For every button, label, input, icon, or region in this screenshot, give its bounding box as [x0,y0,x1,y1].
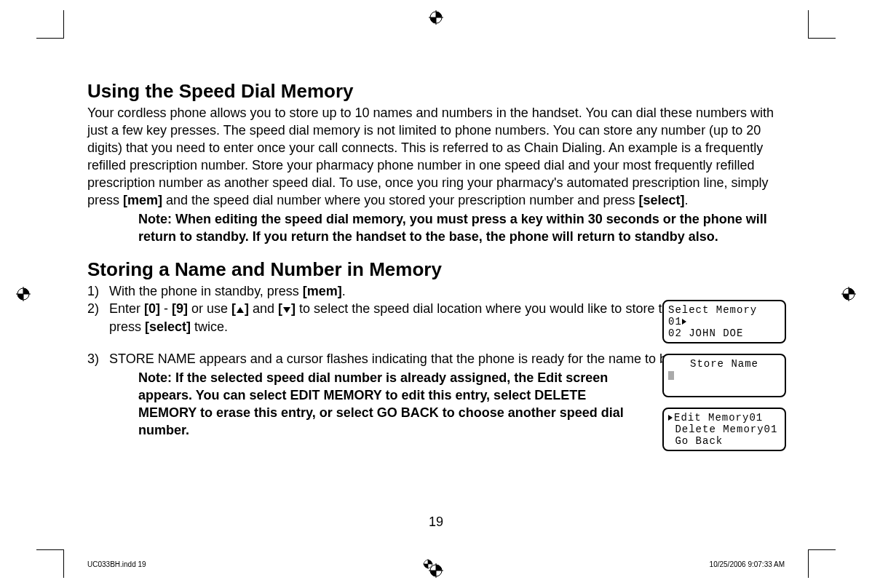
select-key-label: [select] [638,193,684,207]
lcd-line: Select Memory [668,304,757,316]
registration-mark-icon [423,559,433,569]
lcd-screen-edit-memory: Edit Memory01 Delete Memory01 Go Back [662,408,786,451]
mem-key-label: [mem] [303,284,342,298]
lcd-line: Go Back [668,435,723,447]
lcd-line: Store Name [690,358,758,370]
registration-mark-icon [429,10,443,25]
key-0: [0] [144,301,160,316]
intro-text: and the speed dial number where you stor… [162,193,638,207]
lcd-line: Delete Memory01 [668,424,777,435]
heading-speed-dial: Using the Speed Dial Memory [87,80,786,103]
step-text: - [160,301,172,316]
step-number: 1) [87,282,109,300]
arrow-up-icon [236,301,245,318]
note-timeout: Note: When editing the speed dial memory… [138,210,786,245]
footer: UC033BH.indd 19 10/25/2006 9:07:33 AM [87,559,785,569]
lcd-screen-store-name: Store Name [662,354,786,397]
heading-storing: Storing a Name and Number in Memory [87,258,786,281]
registration-mark-icon [16,287,31,301]
pointer-icon [682,319,686,325]
select-key-label: [select] [145,319,191,334]
intro-text: Your cordless phone allows you to store … [87,106,774,207]
page-number: 19 [0,514,872,530]
arrow-down-icon [282,301,291,318]
intro-paragraph: Your cordless phone allows you to store … [87,104,786,209]
step-text: . [342,284,346,298]
intro-text: . [684,193,688,207]
footer-filename: UC033BH.indd 19 [87,560,146,568]
step-number: 2) [87,300,109,335]
pointer-icon [668,415,673,421]
lcd-line: 01 [668,316,682,327]
lcd-line: Edit Memory01 [674,412,763,424]
lcd-screen-select-memory: Select Memory 01 02 JOHN DOE [662,300,786,343]
lcd-line: 02 JOHN DOE [668,327,743,339]
cursor-icon [668,371,674,380]
step-number: 3) [87,350,109,368]
step-text: Enter [109,301,144,316]
note-edit-screen: Note: If the selected speed dial number … [138,369,648,439]
registration-mark-icon [841,287,856,301]
step-text: With the phone in standby, press [109,284,303,298]
step-text: or use [188,301,231,316]
step-text: twice. [191,319,228,334]
step-1: 1) With the phone in standby, press [mem… [87,282,786,300]
step-text: and [249,301,278,316]
footer-timestamp: 10/25/2006 9:07:33 AM [710,560,785,568]
mem-key-label: [mem] [123,193,162,207]
key-9: [9] [172,301,188,316]
